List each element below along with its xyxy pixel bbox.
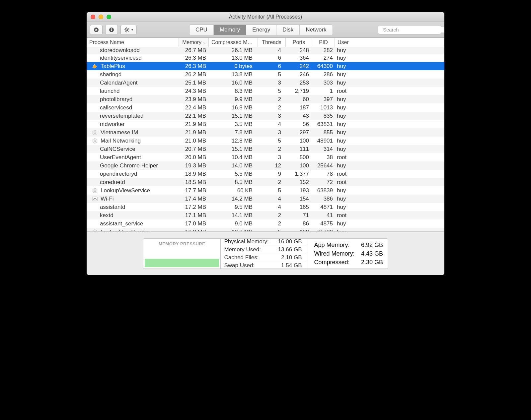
maximize-window-button[interactable] <box>107 15 111 19</box>
table-row[interactable]: identityservicesd26.3 MB13.0 MB6364274hu… <box>87 54 444 62</box>
cell-memory: 24.3 MB <box>179 88 209 94</box>
col-pid[interactable]: PID <box>312 38 335 47</box>
cell-user: huy <box>335 129 444 136</box>
col-compressed[interactable]: Compressed M… <box>209 38 258 47</box>
tab-cpu[interactable]: CPU <box>190 25 214 35</box>
table-row[interactable]: mdworker21.9 MB3.5 MB45663831huy <box>87 120 444 128</box>
cell-compressed: 13.2 MB <box>209 229 258 232</box>
cell-ports: 60 <box>286 96 312 103</box>
cell-ports: 364 <box>286 55 312 61</box>
process-name: Wi-Fi <box>101 196 114 202</box>
info-button[interactable] <box>105 25 118 35</box>
table-row[interactable]: kextd17.1 MB14.1 MB27141root <box>87 211 444 219</box>
table-row[interactable]: LookupViewService16.2 MB13.2 MB519061720… <box>87 228 444 231</box>
cell-memory: 26.3 MB <box>179 63 209 70</box>
cell-memory: 18.9 MB <box>179 171 209 177</box>
info-icon <box>109 27 114 32</box>
col-process-name[interactable]: Process Name <box>87 38 179 47</box>
actions-menu-button[interactable]: ▾ <box>120 25 137 35</box>
table-row[interactable]: UserEventAgent20.0 MB10.4 MB350038root <box>87 153 444 161</box>
process-name: storedownloadd <box>100 47 140 54</box>
col-user[interactable]: User <box>335 38 444 47</box>
close-window-button[interactable] <box>91 15 95 19</box>
search-field[interactable] <box>378 25 441 34</box>
cell-ports: 500 <box>286 154 312 161</box>
tab-energy[interactable]: Energy <box>246 25 276 35</box>
wired-memory-value: 4.43 GB <box>361 250 383 257</box>
svg-point-17 <box>94 132 96 134</box>
cell-ports: 190 <box>286 229 312 232</box>
cell-pid: 282 <box>312 47 335 54</box>
swap-used-label: Swap Used: <box>224 262 255 269</box>
table-row[interactable]: callservicesd22.4 MB16.8 MB21871013huy <box>87 103 444 112</box>
cell-user: huy <box>335 113 444 119</box>
cell-threads: 5 <box>258 138 286 144</box>
table-row[interactable]: Wi-Fi17.4 MB14.2 MB4154386huy <box>87 195 444 203</box>
cell-pid: 4875 <box>312 220 335 227</box>
cell-pid: 855 <box>312 129 335 136</box>
cell-threads: 6 <box>258 55 286 61</box>
cell-threads: 9 <box>258 171 286 177</box>
process-table[interactable]: storedownloadd26.7 MB26.1 MB4248282huyid… <box>87 47 444 231</box>
col-ports[interactable]: Ports <box>286 38 312 47</box>
table-row[interactable]: Mail Networking21.0 MB12.8 MB510048901hu… <box>87 137 444 145</box>
table-row[interactable]: photolibraryd23.9 MB9.9 MB260397huy <box>87 95 444 103</box>
process-name: Google Chrome Helper <box>100 162 158 169</box>
cell-compressed: 8.5 MB <box>209 179 258 186</box>
table-row[interactable]: reversetemplated22.1 MB15.1 MB343835huy <box>87 112 444 120</box>
table-row[interactable]: assistant_service17.0 MB9.0 MB2864875huy <box>87 219 444 228</box>
cell-ports: 71 <box>286 212 312 219</box>
table-row[interactable]: launchd24.3 MB8.3 MB52,7191root <box>87 87 444 95</box>
memory-stats-left: Physical Memory:16.00 GB Memory Used:13.… <box>221 239 308 269</box>
table-row[interactable]: TablePlus26.3 MB0 bytes624264300huy <box>87 62 444 70</box>
cell-user: huy <box>335 196 444 202</box>
cell-compressed: 26.1 MB <box>209 47 258 54</box>
cell-user: huy <box>335 220 444 227</box>
cached-files-value: 2.10 GB <box>281 254 302 261</box>
cell-memory: 17.1 MB <box>179 212 209 219</box>
table-row[interactable]: LookupViewService17.7 MB60 KB519363839hu… <box>87 186 444 195</box>
minimize-window-button[interactable] <box>99 15 103 19</box>
col-memory[interactable]: Memory ⌄ <box>179 38 209 47</box>
cell-pid: 64300 <box>312 63 335 70</box>
app-memory-value: 6.92 GB <box>361 241 383 249</box>
column-headers: Process Name Memory ⌄ Compressed M… Thre… <box>87 38 444 47</box>
table-row[interactable]: CalNCService20.7 MB15.1 MB2111314huy <box>87 145 444 153</box>
compressed-value: 2.30 GB <box>361 259 383 266</box>
table-row[interactable]: assistantd17.2 MB9.5 MB41654871huy <box>87 203 444 211</box>
tab-disk[interactable]: Disk <box>276 25 300 35</box>
cell-pid: 4871 <box>312 204 335 210</box>
chevron-down-icon: ▾ <box>131 28 133 31</box>
svg-line-12 <box>128 31 129 31</box>
cell-memory: 20.7 MB <box>179 146 209 152</box>
table-row[interactable]: storedownloadd26.7 MB26.1 MB4248282huy <box>87 47 444 54</box>
search-input[interactable] <box>383 27 444 32</box>
cell-user: huy <box>335 71 444 78</box>
tab-memory[interactable]: Memory <box>214 25 246 35</box>
table-row[interactable]: coreduetd18.5 MB8.5 MB215272root <box>87 178 444 186</box>
cell-ports: 111 <box>286 146 312 152</box>
cell-memory: 18.5 MB <box>179 179 209 186</box>
cell-threads: 3 <box>258 154 286 161</box>
table-row[interactable]: opendirectoryd18.9 MB5.5 MB91,37778root <box>87 170 444 178</box>
window-title: Activity Monitor (All Processes) <box>229 14 302 20</box>
cell-compressed: 14.2 MB <box>209 196 258 202</box>
table-row[interactable]: sharingd26.2 MB13.8 MB5246286huy <box>87 70 444 79</box>
table-row[interactable]: Google Chrome Helper19.3 MB14.0 MB121002… <box>87 161 444 170</box>
stop-process-button[interactable] <box>90 25 103 35</box>
col-threads[interactable]: Threads <box>258 38 286 47</box>
cell-pid: 78 <box>312 171 335 177</box>
cell-user: root <box>335 179 444 186</box>
cell-user: huy <box>335 63 444 70</box>
table-row[interactable]: CalendarAgent25.1 MB16.0 MB3253303huy <box>87 79 444 87</box>
process-name: assistant_service <box>100 220 143 227</box>
table-row[interactable]: Vietnamese IM21.9 MB7.8 MB3297855huy <box>87 128 444 137</box>
tab-network[interactable]: Network <box>300 25 332 35</box>
cell-user: huy <box>335 121 444 128</box>
cell-memory: 16.2 MB <box>179 229 209 232</box>
process-name: identityservicesd <box>100 55 142 61</box>
cached-files-label: Cached Files: <box>224 254 259 261</box>
cell-memory: 21.9 MB <box>179 129 209 136</box>
cell-threads: 4 <box>258 196 286 202</box>
gear-icon <box>124 27 129 32</box>
